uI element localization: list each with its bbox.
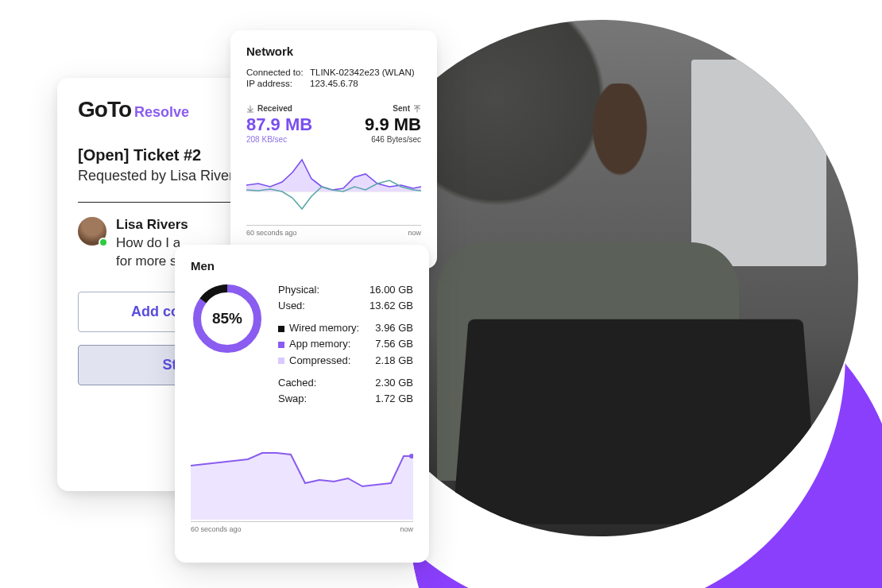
- mem-cached-label: Cached:: [278, 375, 375, 391]
- received-header: Received: [246, 104, 312, 113]
- memory-axis-labels: 60 seconds ago now: [191, 525, 413, 533]
- network-connected-row: Connected to: TLINK-02342e23 (WLAN): [246, 68, 421, 77]
- sent-rate: 646 Bytes/sec: [371, 135, 421, 144]
- swatch-wired-icon: [278, 326, 284, 332]
- mem-compressed-value: 2.18 GB: [375, 353, 413, 369]
- mem-physical: Physical: 16.00 GB: [278, 282, 413, 298]
- connected-to-value: TLINK-02342e23 (WLAN): [310, 68, 415, 77]
- download-icon: [246, 105, 254, 113]
- memory-title: Men: [191, 259, 413, 273]
- network-ip-row: IP address: 123.45.6.78: [246, 79, 421, 88]
- photo-cabinet: [691, 60, 826, 266]
- mem-used-value: 13.62 GB: [369, 298, 413, 314]
- memory-axis-right: now: [400, 525, 413, 533]
- brand-goto: GoTo: [78, 97, 131, 122]
- brand-resolve: Resolve: [134, 104, 189, 121]
- sent-column: Sent 9.9 MB 646 Bytes/sec: [365, 104, 421, 144]
- sent-label: Sent: [393, 104, 410, 113]
- mem-app-label: App memory:: [289, 338, 350, 350]
- received-column: Received 87.9 MB 208 KB/sec: [246, 104, 312, 144]
- network-title: Network: [246, 44, 421, 58]
- network-card: Network Connected to: TLINK-02342e23 (WL…: [230, 30, 437, 269]
- network-axis-labels: 60 seconds ago now: [246, 229, 421, 237]
- memory-card: Men 85% Physical: 16.00 GB Used: 13.62 G…: [175, 245, 429, 563]
- sent-value: 9.9 MB: [365, 116, 421, 133]
- memory-gauge: 85%: [191, 282, 264, 355]
- memory-chart: [191, 424, 413, 520]
- network-axis-right: now: [408, 229, 421, 237]
- network-chart: [246, 152, 421, 223]
- ip-value: 123.45.6.78: [310, 79, 358, 88]
- avatar[interactable]: [78, 217, 106, 246]
- mem-wired-label: Wired memory:: [289, 322, 359, 334]
- swatch-compressed-icon: [278, 358, 284, 364]
- presence-online-icon: [99, 238, 108, 247]
- mem-wired-value: 3.96 GB: [375, 320, 413, 336]
- mem-swap-value: 1.72 GB: [375, 391, 413, 407]
- mem-cached-value: 2.30 GB: [375, 375, 413, 391]
- ip-label: IP address:: [246, 79, 310, 88]
- network-axis-left: 60 seconds ago: [246, 229, 297, 237]
- mem-compressed: Compressed: 2.18 GB: [278, 353, 413, 369]
- mem-app-value: 7.56 GB: [375, 336, 413, 352]
- network-axis-line: [246, 225, 421, 226]
- requested-by-prefix: Requested by: [78, 168, 170, 184]
- network-stats: Received 87.9 MB 208 KB/sec Sent 9.9 MB …: [246, 104, 421, 144]
- message-author: Lisa Rivers: [116, 217, 188, 233]
- mem-used-label: Used:: [278, 298, 369, 314]
- received-label: Received: [257, 104, 292, 113]
- received-rate: 208 KB/sec: [246, 135, 312, 144]
- brand-goto-text: GoTo: [78, 97, 131, 122]
- connected-to-label: Connected to:: [246, 68, 310, 77]
- mem-compressed-label: Compressed:: [289, 354, 350, 366]
- mem-wired: Wired memory: 3.96 GB: [278, 320, 413, 336]
- mem-cached: Cached: 2.30 GB: [278, 375, 413, 391]
- memory-top: 85% Physical: 16.00 GB Used: 13.62 GB Wi…: [191, 282, 413, 407]
- swatch-app-icon: [278, 342, 284, 348]
- upload-icon: [413, 105, 421, 113]
- memory-axis-line: [191, 521, 413, 522]
- mem-physical-label: Physical:: [278, 282, 369, 298]
- mem-swap-label: Swap:: [278, 391, 375, 407]
- mem-physical-value: 16.00 GB: [369, 282, 413, 298]
- mem-swap: Swap: 1.72 GB: [278, 391, 413, 407]
- sent-header: Sent: [393, 104, 421, 113]
- memory-list: Physical: 16.00 GB Used: 13.62 GB Wired …: [278, 282, 413, 407]
- memory-gauge-label: 85%: [191, 282, 264, 355]
- received-value: 87.9 MB: [246, 116, 312, 133]
- memory-axis-left: 60 seconds ago: [191, 525, 242, 533]
- mem-used: Used: 13.62 GB: [278, 298, 413, 314]
- mem-app: App memory: 7.56 GB: [278, 336, 413, 352]
